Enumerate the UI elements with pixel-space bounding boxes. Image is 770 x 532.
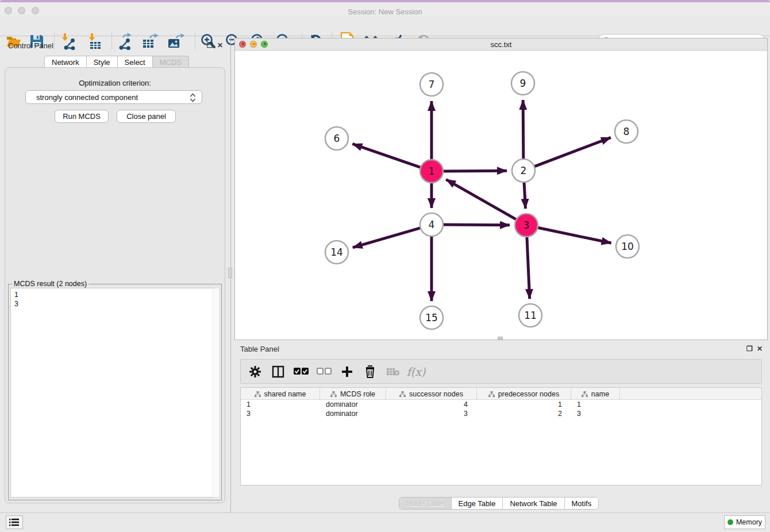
table-header-row: shared nameMCDS rolesuccessor nodesprede…	[241, 388, 761, 400]
export-image-icon[interactable]	[166, 32, 184, 51]
edge-4-3[interactable]	[442, 225, 510, 225]
tab-network-table[interactable]: Network Table	[503, 498, 564, 509]
toolbar-separator	[195, 33, 195, 49]
node-8[interactable]: 8	[615, 120, 638, 143]
svg-text:10: 10	[621, 241, 634, 252]
node-7[interactable]: 7	[420, 73, 443, 96]
mcds-result-scrollbar[interactable]	[213, 288, 219, 497]
select-all-checks-icon[interactable]	[294, 364, 309, 379]
import-table-icon[interactable]	[86, 32, 104, 51]
mcds-result-title: MCDS result (2 nodes)	[12, 280, 88, 288]
node-11[interactable]: 11	[519, 304, 542, 327]
node-6[interactable]: 6	[325, 127, 348, 150]
hierarchy-icon	[330, 391, 337, 397]
table-row[interactable]: 3dominator323	[241, 409, 761, 418]
tab-style[interactable]: Style	[87, 56, 118, 68]
table-cell[interactable]: dominator	[320, 400, 386, 409]
canvas-splitter-handle[interactable]	[498, 337, 503, 340]
edge-2-9[interactable]	[523, 100, 523, 160]
node-1[interactable]: 1	[420, 160, 443, 183]
delete-table-icon[interactable]	[386, 364, 401, 379]
edge-4-14[interactable]	[353, 228, 422, 248]
node-10[interactable]: 10	[616, 235, 639, 258]
node-14[interactable]: 14	[325, 241, 348, 264]
add-column-icon[interactable]	[340, 364, 355, 379]
memory-button[interactable]: Memory	[724, 515, 765, 529]
node-9[interactable]: 9	[511, 72, 534, 95]
edge-2-3[interactable]	[524, 181, 526, 209]
table-cell[interactable]: 4	[386, 400, 477, 409]
column-header-successor-nodes[interactable]: successor nodes	[386, 388, 477, 400]
table-cell[interactable]: dominator	[320, 409, 386, 418]
control-panel-float-icon[interactable]: ❐	[207, 41, 213, 49]
table-cell[interactable]: 3	[571, 409, 620, 418]
table-tabs: Node Table Edge Table Network Table Moti…	[399, 497, 599, 510]
import-network-icon[interactable]	[59, 32, 77, 51]
column-header-name[interactable]: name	[571, 388, 620, 400]
edge-1-2[interactable]	[442, 171, 507, 171]
network-canvas[interactable]: 7968124314101511	[235, 51, 767, 340]
close-panel-button[interactable]: Close panel	[117, 110, 176, 123]
node-table[interactable]: shared nameMCDS rolesuccessor nodesprede…	[240, 387, 762, 485]
table-cell[interactable]: 1	[241, 400, 320, 409]
edge-3-1[interactable]	[446, 179, 517, 220]
mcds-result-text[interactable]: 1 3	[10, 288, 214, 498]
control-panel-close-icon[interactable]: ✕	[217, 41, 223, 49]
memory-label: Memory	[736, 518, 762, 526]
app-titlebar[interactable]: Session: New Session	[0, 2, 770, 16]
task-history-button[interactable]	[6, 515, 23, 529]
table-cell[interactable]: 1	[571, 400, 620, 409]
tab-node-table[interactable]: Node Table	[399, 498, 452, 509]
svg-text:11: 11	[524, 310, 537, 321]
run-mcds-button[interactable]: Run MCDS	[55, 110, 109, 123]
table-cell[interactable]: 3	[241, 409, 320, 418]
deselect-all-checks-icon[interactable]	[317, 364, 332, 379]
table-panel-float-icon[interactable]: ❐	[746, 345, 753, 353]
edge-3-11[interactable]	[527, 236, 530, 299]
node-3[interactable]: 3	[515, 214, 538, 237]
panel-splitter-handle[interactable]	[228, 268, 232, 278]
node-2[interactable]: 2	[512, 159, 535, 182]
main-toolbar	[0, 16, 770, 36]
column-layout-icon[interactable]	[271, 364, 286, 379]
network-view-window[interactable]: × − + scc.txt 7968124314101511	[234, 38, 768, 340]
table-panel-close-icon[interactable]: ✕	[757, 345, 763, 353]
svg-text:7: 7	[429, 79, 435, 90]
edge-2-8[interactable]	[533, 137, 611, 167]
toolbar-separator	[54, 33, 55, 49]
edge-1-6[interactable]	[352, 144, 422, 168]
tab-edge-table[interactable]: Edge Table	[452, 498, 503, 509]
network-window-titlebar[interactable]: × − + scc.txt	[235, 38, 767, 51]
svg-text:3: 3	[523, 219, 530, 231]
delete-column-icon[interactable]	[363, 364, 378, 379]
tab-mcds[interactable]: MCDS	[153, 56, 189, 68]
tab-select[interactable]: Select	[118, 56, 153, 68]
table-cell[interactable]: 2	[477, 409, 571, 418]
svg-text:8: 8	[623, 126, 630, 137]
chevron-up-down-icon	[190, 92, 196, 105]
criterion-dropdown[interactable]: strongly connected component	[25, 90, 202, 104]
control-panel-title: Control Panel	[8, 41, 53, 50]
edge-3-10[interactable]	[537, 228, 611, 243]
tab-network[interactable]: Network	[44, 56, 87, 68]
column-header-MCDS-role[interactable]: MCDS role	[320, 388, 386, 400]
table-row[interactable]: 1dominator411	[241, 400, 761, 409]
column-header-shared-name[interactable]: shared name	[241, 388, 320, 400]
export-network-icon[interactable]	[116, 32, 134, 51]
svg-text:2: 2	[521, 165, 527, 176]
svg-text:1: 1	[429, 165, 435, 177]
table-cell[interactable]: 1	[477, 400, 571, 409]
criterion-value: strongly connected component	[36, 93, 138, 102]
tab-motifs[interactable]: Motifs	[565, 498, 599, 509]
node-4[interactable]: 4	[420, 213, 443, 236]
function-builder-icon[interactable]: f(x)	[409, 364, 424, 379]
column-header-predecessor-nodes[interactable]: predecessor nodes	[477, 388, 571, 400]
node-15[interactable]: 15	[420, 306, 443, 329]
app-title: Session: New Session	[0, 7, 770, 16]
memory-status-dot	[727, 519, 733, 525]
table-cell[interactable]: 3	[386, 409, 477, 418]
table-panel-title: Table Panel	[240, 345, 279, 353]
toolbar-separator	[111, 33, 112, 49]
export-table-icon[interactable]	[141, 32, 159, 51]
settings-gear-icon[interactable]	[248, 364, 263, 379]
